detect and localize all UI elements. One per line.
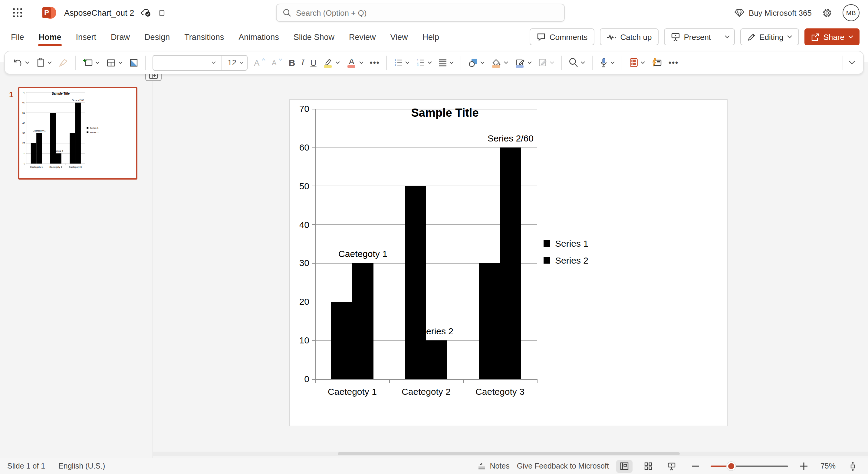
layout-icon [106, 58, 116, 67]
legend-swatch [544, 240, 550, 246]
collapse-ribbon-chevron[interactable] [846, 59, 858, 67]
clipboard-icon [36, 58, 45, 68]
microphone-icon [599, 58, 609, 68]
grid-view-icon [644, 462, 652, 470]
shrink-font-button[interactable]: A [269, 57, 285, 69]
bold-button[interactable]: B [286, 56, 298, 70]
buy-microsoft-365-button[interactable]: Buy Microsoft 365 [734, 8, 812, 17]
designer-pane-button[interactable] [627, 56, 648, 70]
font-name-select[interactable] [153, 55, 211, 70]
menu-help[interactable]: Help [415, 25, 447, 48]
bar-series-2-cat1[interactable] [36, 133, 42, 164]
zoom-level[interactable]: 75% [819, 462, 837, 470]
normal-view-button[interactable] [616, 460, 632, 473]
present-dropdown-chevron[interactable] [719, 29, 734, 45]
numbering-button[interactable]: 123 [414, 56, 435, 69]
slide-layout-button[interactable] [103, 56, 125, 69]
grow-font-button[interactable]: A [251, 56, 268, 69]
text-highlight-button[interactable] [320, 55, 343, 70]
shape-fill-button[interactable] [489, 55, 511, 70]
find-button[interactable] [566, 56, 588, 70]
fit-to-window-icon [848, 462, 857, 471]
font-color-button[interactable]: A [344, 55, 366, 70]
undo-button[interactable] [10, 56, 32, 69]
slide-canvas[interactable]: Sample Title010203040506070Caetegoty 1Ca… [289, 99, 727, 426]
menu-file[interactable]: File [4, 25, 31, 48]
bar-series-2-cat3[interactable] [500, 147, 521, 379]
powerpoint-logo-icon[interactable]: P [42, 6, 56, 20]
underline-button[interactable]: U [308, 56, 319, 69]
data-label: Series 2/60 [67, 99, 89, 102]
feedback-link[interactable]: Give Feedback to Microsoft [517, 462, 609, 470]
zoom-slider[interactable] [711, 462, 788, 470]
bar-series-1-cat3[interactable] [479, 263, 500, 379]
horizontal-scrollbar[interactable] [153, 452, 868, 456]
shape-effects-button[interactable] [536, 56, 557, 69]
bullets-button[interactable] [391, 56, 412, 69]
menu-view[interactable]: View [383, 25, 415, 48]
settings-gear-icon[interactable] [822, 7, 833, 19]
design-ideas-button[interactable] [649, 56, 665, 70]
menu-bar: File Home Insert Draw Design Transitions… [0, 25, 868, 48]
bar-series-2-cat3[interactable] [75, 102, 81, 164]
app-header: P AsposeChart_out 2 [0, 0, 868, 25]
y-axis-line [315, 109, 316, 379]
menu-insert[interactable]: Insert [69, 25, 104, 48]
slide-thumbnail-chart: Sample Title010203040506070Caetegoty 1Ca… [20, 90, 135, 176]
document-title[interactable]: AsposeChart_out 2 [64, 8, 134, 17]
bar-series-1-cat1[interactable] [31, 143, 36, 164]
app-launcher-icon[interactable] [8, 4, 27, 22]
zoom-in-button[interactable] [795, 460, 812, 473]
bar-series-2-cat1[interactable] [352, 263, 373, 379]
bar-series-1-cat2[interactable] [50, 113, 56, 164]
share-icon [811, 32, 820, 41]
slide-thumbnail[interactable]: Sample Title010203040506070Caetegoty 1Ca… [18, 87, 137, 179]
editing-mode-button[interactable]: Editing [740, 28, 799, 45]
fit-to-window-button[interactable] [844, 460, 861, 473]
menu-home[interactable]: Home [31, 25, 69, 48]
comments-button[interactable]: Comments [530, 28, 594, 45]
new-slide-button[interactable] [80, 55, 102, 70]
bar-series-1-cat1[interactable] [331, 302, 352, 379]
slideshow-view-button[interactable] [663, 460, 680, 473]
horizontal-scrollbar-thumb[interactable] [338, 452, 680, 455]
italic-button[interactable]: I [299, 56, 307, 70]
slide-sorter-view-button[interactable] [640, 460, 656, 473]
zoom-slider-knob[interactable] [727, 462, 736, 470]
bar-series-1-cat2[interactable] [405, 186, 426, 379]
dictate-button[interactable] [597, 56, 618, 70]
menu-slide-show[interactable]: Slide Show [286, 25, 342, 48]
search-input[interactable] [296, 8, 558, 17]
font-size-select[interactable]: 12 [223, 58, 239, 67]
zoom-out-button[interactable] [687, 460, 703, 473]
paste-button[interactable] [33, 56, 55, 70]
legend-swatch [87, 127, 88, 129]
align-text-button[interactable] [436, 57, 457, 69]
menu-draw[interactable]: Draw [103, 25, 137, 48]
language-selector[interactable]: English (U.S.) [58, 462, 105, 470]
menu-animations[interactable]: Animations [231, 25, 286, 48]
share-button[interactable]: Share [805, 28, 860, 45]
cloud-saved-icon[interactable] [140, 7, 152, 18]
slide-chart[interactable]: Sample Title010203040506070Caetegoty 1Ca… [290, 100, 728, 427]
bar-series-2-cat2[interactable] [56, 153, 61, 164]
more-commands-button[interactable]: ••• [666, 56, 681, 69]
shapes-button[interactable] [466, 56, 488, 70]
y-axis-label: 20 [20, 142, 25, 144]
account-avatar[interactable]: MB [843, 4, 860, 21]
bar-series-1-cat3[interactable] [70, 133, 75, 164]
menu-transitions[interactable]: Transitions [177, 25, 231, 48]
premium-diamond-icon [734, 8, 745, 17]
menu-review[interactable]: Review [342, 25, 383, 48]
format-painter-button[interactable] [56, 56, 71, 69]
catch-up-button[interactable]: Catch up [599, 28, 658, 45]
bar-series-2-cat2[interactable] [426, 340, 447, 379]
designer-button[interactable] [126, 56, 141, 69]
shape-outline-button[interactable] [513, 55, 535, 70]
search-bar[interactable] [276, 4, 565, 22]
menu-design[interactable]: Design [137, 25, 177, 48]
zoom-in-icon [800, 463, 807, 470]
more-font-options-button[interactable]: ••• [367, 56, 382, 69]
notes-toggle[interactable]: Notes [477, 462, 509, 470]
present-button[interactable]: Present [664, 28, 735, 45]
